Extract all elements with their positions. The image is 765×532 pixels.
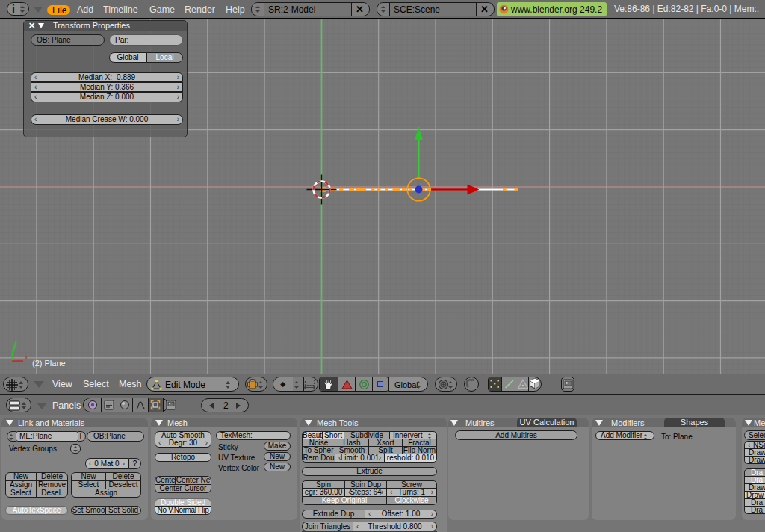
svg-text:x: x: [25, 353, 28, 361]
svg-text:(2) Plane: (2) Plane: [32, 359, 66, 368]
